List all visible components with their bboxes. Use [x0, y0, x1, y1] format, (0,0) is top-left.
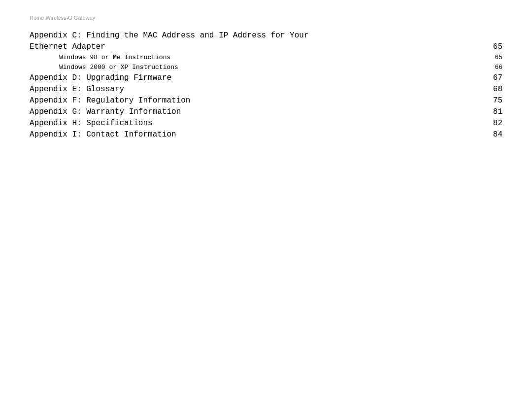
toc-entry-appendix-c-line1: Appendix C: Finding the MAC Address and …: [30, 30, 502, 41]
toc-entry-title: Windows 2000 or XP Instructions: [59, 64, 483, 71]
toc-entry-appendix-f: Appendix F: Regulatory Information 75: [30, 95, 502, 106]
toc-entry-page: 66: [483, 64, 502, 71]
toc-entry-appendix-e: Appendix E: Glossary 68: [30, 83, 502, 95]
toc-entry-title: Appendix I: Contact Information: [30, 130, 483, 139]
toc-entry-page: 81: [483, 107, 502, 116]
toc-entry-title: Windows 98 or Me Instructions: [59, 54, 483, 61]
toc-entry-appendix-i: Appendix I: Contact Information 84: [30, 129, 502, 140]
toc-content: Appendix C: Finding the MAC Address and …: [30, 30, 502, 140]
toc-entry-page: 84: [483, 130, 502, 139]
toc-entry-appendix-h: Appendix H: Specifications 82: [30, 117, 502, 129]
toc-entry-page: 82: [483, 119, 502, 128]
toc-entry-windows-98: Windows 98 or Me Instructions 65: [30, 52, 502, 62]
toc-entry-appendix-g: Appendix G: Warranty Information 81: [30, 106, 502, 117]
toc-entry-title: Appendix F: Regulatory Information: [30, 96, 483, 105]
toc-entry-title: Appendix H: Specifications: [30, 119, 483, 128]
toc-entry-title: Appendix C: Finding the MAC Address and …: [30, 31, 502, 40]
toc-entry-title: Ethernet Adapter: [30, 42, 483, 51]
page-container: Home Wireless-G Gateway Appendix C: Find…: [0, 0, 532, 411]
toc-entry-page: 65: [483, 54, 502, 61]
toc-entry-page: 68: [483, 85, 502, 94]
toc-entry-page: 75: [483, 96, 502, 105]
toc-entry-windows-2000: Windows 2000 or XP Instructions 66: [30, 62, 502, 72]
toc-entry-page: 67: [483, 73, 502, 82]
header-label: Home Wireless-G Gateway: [30, 15, 502, 21]
toc-entry-page: 65: [483, 42, 502, 51]
toc-entry-appendix-d: Appendix D: Upgrading Firmware 67: [30, 72, 502, 83]
toc-entry-title: Appendix D: Upgrading Firmware: [30, 73, 483, 82]
toc-entry-title: Appendix E: Glossary: [30, 85, 483, 94]
toc-entry-appendix-c-line2: Ethernet Adapter 65: [30, 41, 502, 52]
toc-entry-title: Appendix G: Warranty Information: [30, 107, 483, 116]
